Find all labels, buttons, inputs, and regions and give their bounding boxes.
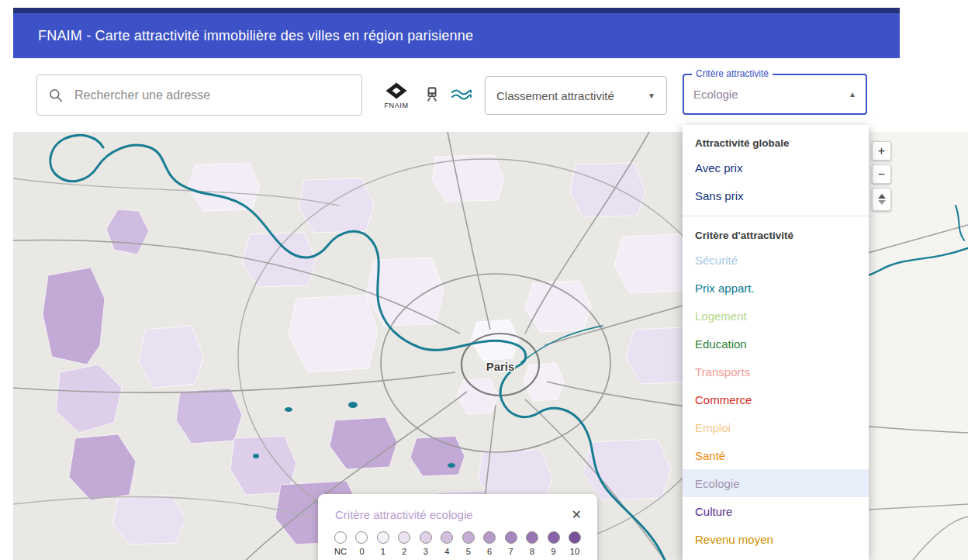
map-city-label: Paris (486, 360, 515, 373)
legend-step-8: 8 (522, 531, 542, 556)
menu-item-education[interactable]: Education (683, 330, 869, 358)
menu-item-fiscalite[interactable]: Fiscalité (683, 553, 869, 560)
legend-circle (377, 531, 389, 544)
terrain-toggle-button[interactable] (449, 81, 474, 106)
legend-step-label: 10 (570, 547, 579, 556)
app-header: FNAIM - Carte attractivité immobilière d… (13, 8, 900, 58)
legend-step-label: 0 (359, 547, 364, 556)
menu-item-prix-appart[interactable]: Prix appart. (683, 274, 869, 302)
criteria-select[interactable]: Critère attractivité Ecologie ▲ (683, 74, 867, 115)
transit-toggle-button[interactable] (420, 81, 444, 106)
menu-item-revenu-moyen[interactable]: Revenu moyen (683, 525, 869, 553)
zoom-out-button[interactable]: − (872, 164, 891, 184)
address-search[interactable] (36, 74, 362, 116)
caret-up-icon: ▲ (849, 90, 856, 99)
criteria-select-value: Ecologie (693, 88, 842, 101)
menu-divider (683, 216, 869, 216)
legend-step-4: 4 (437, 531, 457, 556)
legend-title: Critère attractivité ecologie (335, 508, 569, 521)
terrain-waves-icon (451, 85, 472, 102)
menu-item-culture[interactable]: Culture (683, 497, 869, 525)
legend-circle (526, 531, 538, 544)
criteria-menu: Attractivité globaleAvec prixSans prixCr… (683, 125, 869, 560)
legend-scale: NC012345678910 (318, 528, 597, 556)
ranking-select-value: Classement attractivité (496, 89, 641, 102)
legend-card: Critère attractivité ecologie ✕ NC012345… (318, 494, 597, 560)
train-icon (424, 85, 441, 103)
search-icon (48, 88, 64, 103)
legend-circle (334, 531, 347, 544)
legend-step-3: 3 (416, 531, 436, 556)
legend-step-label: 7 (509, 547, 513, 556)
legend-step-5: 5 (458, 531, 479, 556)
legend-circle (398, 531, 410, 544)
pan-down-icon (878, 200, 886, 205)
menu-item-emploi[interactable]: Emploi (683, 413, 869, 441)
legend-step-0: 0 (351, 531, 372, 556)
legend-step-label: 1 (381, 547, 385, 556)
menu-item-sans-prix[interactable]: Sans prix (683, 181, 869, 209)
legend-step-1: 1 (373, 531, 393, 556)
toolbar: FNAIM Classement attractivité ▼ Critère … (13, 58, 900, 132)
legend-step-6: 6 (479, 531, 500, 556)
legend-circle (355, 531, 368, 544)
criteria-select-label: Critère attractivité (692, 68, 773, 79)
menu-item-commerce[interactable]: Commerce (683, 385, 869, 413)
legend-header: Critère attractivité ecologie ✕ (318, 494, 597, 528)
close-icon[interactable]: ✕ (569, 506, 585, 524)
menu-item-logement[interactable]: Logement (683, 302, 869, 330)
legend-step-7: 7 (501, 531, 521, 556)
caret-down-icon: ▼ (648, 92, 655, 100)
legend-step-9: 9 (544, 531, 564, 556)
legend-step-nc: NC (330, 531, 351, 556)
app-title: FNAIM - Carte attractivité immobilière d… (38, 28, 473, 44)
fnaim-logo-label: FNAIM (385, 102, 409, 109)
pan-up-down-control[interactable] (872, 188, 891, 211)
zoom-in-button[interactable]: + (872, 141, 891, 161)
menu-item-transports[interactable]: Transports (683, 358, 869, 385)
legend-circle (569, 531, 581, 544)
legend-circle (441, 531, 453, 544)
legend-step-label: 9 (551, 547, 555, 556)
legend-step-label: 2 (402, 547, 406, 556)
app: FNAIM - Carte attractivité immobilière d… (0, 0, 968, 560)
fnaim-logo-icon (384, 82, 409, 99)
menu-item-avec-prix[interactable]: Avec prix (683, 154, 869, 181)
legend-circle (420, 531, 432, 544)
pan-up-icon (878, 194, 886, 199)
legend-step-label: NC (334, 547, 347, 556)
ranking-select[interactable]: Classement attractivité ▼ (485, 76, 667, 115)
legend-step-label: 3 (424, 547, 428, 556)
legend-step-label: 6 (487, 547, 492, 556)
menu-item-securite[interactable]: Sécurité (683, 246, 869, 274)
legend-circle (483, 531, 496, 544)
map-zoom-controls: + − (872, 141, 891, 211)
legend-step-label: 8 (530, 547, 534, 556)
search-input[interactable] (74, 88, 351, 102)
legend-circle (548, 531, 560, 544)
legend-circle (462, 531, 475, 544)
legend-step-label: 5 (466, 547, 471, 556)
menu-item-ecologie[interactable]: Ecologie (683, 469, 869, 497)
legend-circle (505, 531, 517, 544)
legend-step-label: 4 (444, 547, 449, 556)
legend-step-10: 10 (565, 531, 585, 556)
menu-item-sante[interactable]: Santé (683, 441, 869, 469)
fnaim-logo: FNAIM (376, 74, 417, 117)
menu-group-header-attractivite-globale: Attractivité globale (683, 130, 869, 154)
menu-group-header-critere-d-attractivite: Critère d'attractivité (683, 223, 869, 246)
legend-step-2: 2 (394, 531, 414, 556)
